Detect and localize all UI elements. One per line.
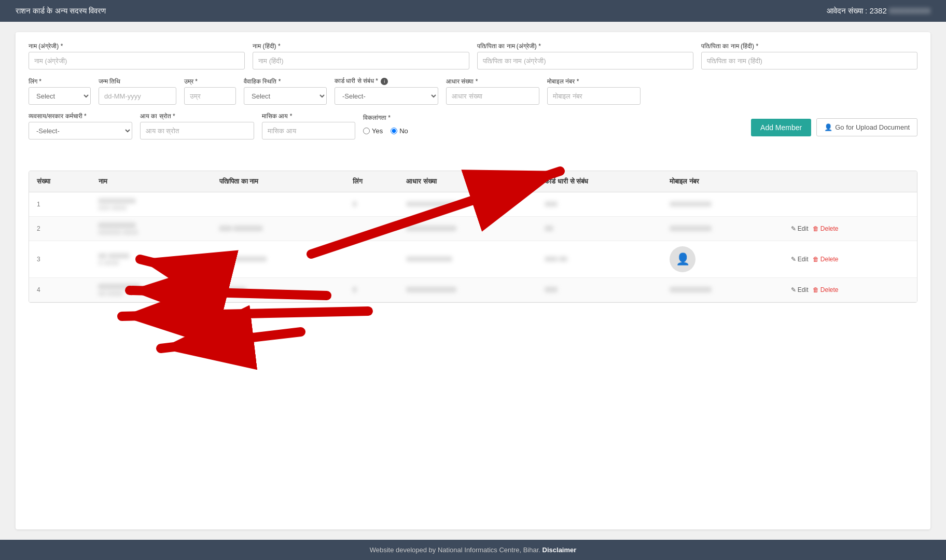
occupation-group: व्यवसाय/सरकार कर्मचारी * -Select- [29,113,132,139]
name-hindi-input[interactable] [253,52,469,69]
edit-link[interactable]: ✎ Edit [791,225,809,232]
monthly-income-group: मासिक आय * [262,113,355,139]
father-name-english-input[interactable] [477,52,693,69]
relation-label: कार्ड धारी से संबंध * i [335,77,438,85]
add-member-button[interactable]: Add Member [751,119,811,136]
cell-father-name [212,192,345,217]
disability-no-radio[interactable] [391,128,397,134]
dob-input[interactable] [99,87,176,105]
name-hindi-label: नाम (हिंदी) * [253,43,469,50]
father-name-hindi-input[interactable] [701,52,917,69]
edit-link[interactable]: ✎ Edit [791,286,809,293]
action-buttons: Add Member 👤 Go for Upload Document [751,118,917,136]
occupation-label: व्यवसाय/सरकार कर्मचारी * [29,113,132,120]
cell-name: XXXXXXXXX XXXXXX XXXX [91,217,212,241]
col-relation: कार्ड धारी से संबंध [537,171,662,192]
income-source-input[interactable] [140,122,254,139]
father-name-english-group: पति/पिता का नाम (अंग्रेजी) * [477,43,693,69]
relation-info-icon[interactable]: i [381,78,388,85]
table-header-row: संख्या नाम पति/पिता का नाम लिंग आधार संख… [29,171,917,192]
cell-number: 4 [29,278,91,302]
col-actions [783,171,917,192]
marital-group: वैवाहिक स्थिति * Select विवाहित अविवाहित [244,78,327,105]
top-bar: राशन कार्ड के अन्य सदस्य विवरण आवेदन संख… [0,0,946,22]
col-number: संख्या [29,171,91,192]
cell-number: 3 [29,241,91,278]
monthly-income-input[interactable] [262,122,355,139]
relation-group: कार्ड धारी से संबंध * i -Select- [335,77,438,105]
relation-select[interactable]: -Select- [335,87,438,105]
aadhar-group: आधार संख्या * [446,78,539,105]
table-row: 1 XXXXXXXXX XXX XXXX X XXXXXXXXXXXX XXX … [29,192,917,217]
disability-label: विकलांगता * [363,114,425,121]
disability-no-label[interactable]: No [391,127,408,135]
form-section: नाम (अंग्रेजी) * नाम (हिंदी) * पति/पिता … [29,43,917,158]
delete-link[interactable]: 🗑 Delete [813,256,839,263]
age-group: उम्र * [184,78,236,105]
page-title: राशन कार्ड के अन्य सदस्य विवरण [16,6,106,16]
cell-relation: XXX [537,278,662,302]
table-row: 2 XXXXXXXXX XXXXXX XXXX XXX XXXXXXX XXXX… [29,217,917,241]
cell-father-name: X XXXXX [212,278,345,302]
cell-actions: ✎ Edit 🗑 Delete [783,217,917,241]
marital-select[interactable]: Select विवाहित अविवाहित [244,87,327,105]
income-source-group: आय का स्रोत * [140,113,254,139]
cell-relation: XXX XX [537,241,662,278]
application-number: आवेदन संख्या : 2382 XXXXXXXX [827,6,930,16]
cell-father-name: XXX XXXXXXX [212,217,345,241]
cell-relation: XX [537,217,662,241]
occupation-select[interactable]: -Select- [29,122,132,139]
avatar: 👤 [670,246,695,272]
cell-number: 1 [29,192,91,217]
mobile-input[interactable] [547,87,641,105]
age-input[interactable] [184,87,236,105]
mobile-label: मोबाइल नंबर * [547,78,641,85]
father-name-hindi-label: पति/पिता का नाम (हिंदी) * [701,43,917,50]
disability-yes-label[interactable]: Yes [363,127,383,135]
cell-mobile: XXXXXXXXXX [662,217,783,241]
father-name-hindi-group: पति/पिता का नाम (हिंदी) * [701,43,917,69]
cell-aadhar: XXXXXXXXXXXX [398,278,537,302]
aadhar-label: आधार संख्या * [446,78,539,85]
cell-name: XX XXXXX X XXXX [91,241,212,278]
cell-gender [345,217,399,241]
delete-link[interactable]: 🗑 Delete [813,225,839,232]
col-aadhar: आधार संख्या [398,171,537,192]
table-row: 4 XXXXXXXXXX XX XXXX X XXXXX X XXXXXXXXX… [29,278,917,302]
cell-aadhar: XXXXXXXXXXXX [398,192,537,217]
monthly-income-label: मासिक आय * [262,113,355,120]
cell-actions: ✎ Edit 🗑 Delete [783,241,917,278]
form-row-personal: लिंग * Select पुरुष महिला जन्म तिथि उम्र… [29,77,917,105]
upload-doc-button[interactable]: 👤 Go for Upload Document [816,118,917,136]
gender-select[interactable]: Select पुरुष महिला [29,87,91,105]
income-source-label: आय का स्रोत * [140,113,254,120]
members-table-section: संख्या नाम पति/पिता का नाम लिंग आधार संख… [29,171,917,303]
col-father-name: पति/पिता का नाम [212,171,345,192]
delete-link[interactable]: 🗑 Delete [813,286,839,293]
cell-mobile: XXXXXXXXXX [662,278,783,302]
cell-father-name: XXX XXXXXXXX [212,241,345,278]
cell-mobile: XXXXXXXXXX [662,192,783,217]
cell-name: XXXXXXXXX XXX XXXX [91,192,212,217]
col-gender: लिंग [345,171,399,192]
members-table: संख्या नाम पति/पिता का नाम लिंग आधार संख… [29,171,917,302]
marital-label: वैवाहिक स्थिति * [244,78,327,85]
edit-link[interactable]: ✎ Edit [791,256,809,263]
cell-gender: X [345,192,399,217]
disability-radio-group: Yes No [363,123,425,138]
footer: Website developed by National Informatic… [0,540,946,560]
cell-actions [783,192,917,217]
disclaimer-link[interactable]: Disclaimer [542,546,577,554]
gender-label: लिंग * [29,78,91,85]
age-label: उम्र * [184,78,236,85]
disability-group: विकलांगता * Yes No [363,114,425,138]
name-english-group: नाम (अंग्रेजी) * [29,43,245,69]
name-english-input[interactable] [29,52,245,69]
aadhar-input[interactable] [446,87,539,105]
cell-aadhar: XXXXXXXXXXXX [398,217,537,241]
cell-actions: ✎ Edit 🗑 Delete [783,278,917,302]
cell-name: XXXXXXXXXX XX XXXX [91,278,212,302]
cell-gender [345,241,399,278]
disability-yes-radio[interactable] [363,128,370,134]
dob-group: जन्म तिथि [99,78,176,105]
